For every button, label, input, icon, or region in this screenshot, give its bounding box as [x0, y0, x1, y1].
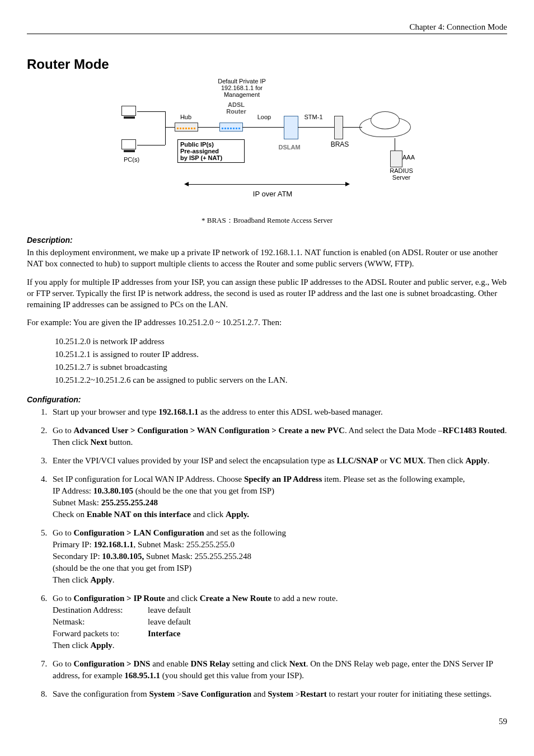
loop-label: Loop — [253, 114, 275, 120]
pc-icon — [121, 106, 137, 119]
step-6: Go to Configuration > IP Route and click… — [49, 593, 507, 651]
pcs-label: PC(s) — [120, 156, 143, 163]
configuration-heading: Configuration: — [27, 395, 507, 404]
step-4: Set IP configuration for Local WAN IP Ad… — [49, 473, 507, 520]
radius-label: RADIUSServer — [379, 167, 424, 181]
pc-icon — [121, 139, 137, 153]
description-p1: In this deployment environment, we make … — [27, 247, 507, 270]
step-5: Go to Configuration > LAN Configuration … — [49, 527, 507, 586]
diagram-footnote: * BRAS：Broadband Remote Access Server — [27, 215, 507, 226]
isp-cloud: ISP — [359, 111, 410, 139]
aaa-server-icon — [390, 151, 402, 167]
section-title: Router Mode — [27, 57, 507, 72]
step-7: Go to Configuration > DNS and enable DNS… — [49, 658, 507, 682]
chapter-header: Chapter 4: Connection Mode — [27, 22, 507, 34]
aaa-label: AAA — [402, 154, 425, 161]
bras-label: BRAS — [323, 140, 357, 148]
default-ip-label: Default Private IP 192.168.1.1 for Manag… — [205, 78, 278, 98]
configuration-steps: Start up your browser and type 192.168.1… — [27, 406, 507, 700]
step-2: Go to Advanced User > Configuration > WA… — [49, 425, 507, 448]
adsl-router-label: ADSLRouter — [219, 101, 253, 115]
router-icon — [219, 123, 243, 132]
step-3: Enter the VPI/VCI values provided by you… — [49, 455, 507, 467]
stm1-label: STM-1 — [299, 114, 327, 120]
dslam-icon — [284, 116, 298, 139]
description-heading: Description: — [27, 236, 507, 245]
description-p2: If you apply for multiple IP addresses f… — [27, 276, 507, 311]
page-number: 59 — [27, 717, 507, 726]
step-8: Save the configuration from System >Save… — [49, 688, 507, 700]
network-diagram: Default Private IP 192.168.1.1 for Manag… — [110, 78, 424, 212]
hub-icon — [175, 123, 198, 132]
public-ip-box: Public IP(s) Pre-assigned by ISP (+ NAT) — [177, 139, 245, 163]
example-block: 10.251.2.0 is network IP address 10.251.… — [55, 335, 507, 387]
hub-label: Hub — [175, 114, 197, 120]
step-1: Start up your browser and type 192.168.1… — [49, 406, 507, 418]
dslam-label: DSLAM — [273, 144, 306, 151]
description-p3: For example: You are given the IP addres… — [27, 317, 507, 328]
ip-over-atm-label: IP over ATM — [239, 190, 306, 198]
bras-icon — [334, 116, 343, 139]
